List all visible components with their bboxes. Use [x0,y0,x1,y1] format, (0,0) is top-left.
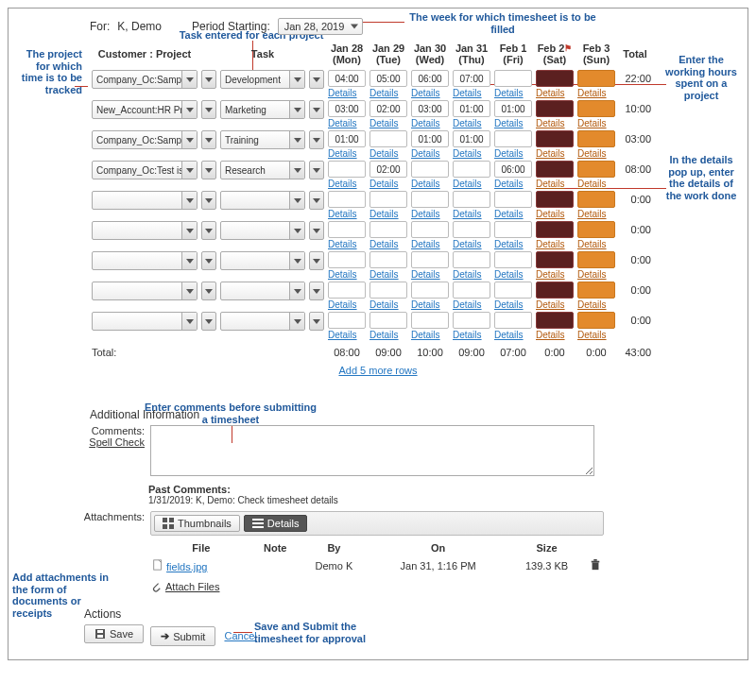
project-sub-select[interactable] [201,282,216,300]
task-sub-select[interactable] [309,161,324,179]
details-link[interactable]: Details [494,330,532,340]
hours-input[interactable] [411,221,449,238]
hours-input[interactable]: 02:00 [369,161,407,178]
hours-input[interactable]: 05:00 [369,70,407,87]
task-select[interactable]: Research [220,161,305,179]
details-button[interactable]: Details [244,515,308,532]
details-link[interactable]: Details [494,209,532,219]
hours-input[interactable] [536,191,574,208]
details-link[interactable]: Details [369,118,407,128]
details-link[interactable]: Details [494,239,532,249]
details-link[interactable]: Details [411,179,449,189]
hours-input[interactable]: 02:00 [369,100,407,117]
details-link[interactable]: Details [577,299,615,310]
hours-input[interactable] [328,312,366,329]
details-link[interactable]: Details [328,299,366,310]
task-sub-select[interactable] [309,282,324,300]
details-link[interactable]: Details [411,148,449,159]
hours-input[interactable] [577,70,615,87]
details-link[interactable]: Details [536,239,574,249]
details-link[interactable]: Details [453,179,490,189]
details-link[interactable]: Details [494,148,532,159]
details-link[interactable]: Details [369,148,407,159]
hours-input[interactable] [328,191,366,208]
project-sub-select[interactable] [201,221,216,240]
task-sub-select[interactable] [309,251,324,270]
hours-input[interactable] [577,221,615,238]
details-link[interactable]: Details [494,179,532,189]
details-link[interactable]: Details [536,88,574,98]
hours-input[interactable] [453,251,490,268]
hours-input[interactable]: 01:00 [494,100,532,117]
task-select[interactable] [220,282,305,300]
details-link[interactable]: Details [328,88,366,98]
hours-input[interactable] [328,282,366,299]
details-link[interactable]: Details [411,239,449,249]
hours-input[interactable] [577,251,615,268]
project-select[interactable]: New_Account:HR Pr... [92,100,198,119]
task-sub-select[interactable] [309,191,324,210]
project-select[interactable] [92,251,198,270]
hours-input[interactable] [453,312,490,329]
details-link[interactable]: Details [453,330,490,340]
task-select[interactable] [220,191,305,210]
details-link[interactable]: Details [453,239,490,249]
hours-input[interactable] [494,70,532,87]
details-link[interactable]: Details [494,299,532,310]
details-link[interactable]: Details [453,269,490,280]
details-link[interactable]: Details [369,269,407,280]
hours-input[interactable] [494,251,532,268]
details-link[interactable]: Details [577,148,615,159]
project-sub-select[interactable] [201,251,216,270]
comments-textarea[interactable] [150,425,594,476]
project-sub-select[interactable] [201,70,216,89]
details-link[interactable]: Details [577,179,615,189]
details-link[interactable]: Details [577,209,615,219]
hours-input[interactable]: 01:00 [453,130,490,147]
hours-input[interactable] [328,161,366,178]
hours-input[interactable] [369,221,407,238]
details-link[interactable]: Details [453,148,490,159]
hours-input[interactable] [453,191,490,208]
period-select[interactable]: Jan 28, 2019 [278,18,363,35]
hours-input[interactable] [536,161,574,178]
details-link[interactable]: Details [411,118,449,128]
hours-input[interactable]: 01:00 [411,130,449,147]
details-link[interactable]: Details [577,330,615,340]
project-select[interactable] [92,221,198,240]
hours-input[interactable] [536,312,574,329]
project-select[interactable] [92,191,198,210]
hours-input[interactable]: 03:00 [328,100,366,117]
delete-attachment-button[interactable] [590,561,601,572]
hours-input[interactable] [494,312,532,329]
task-select[interactable] [220,312,305,331]
details-link[interactable]: Details [369,330,407,340]
hours-input[interactable] [411,161,449,178]
details-link[interactable]: Details [494,88,532,98]
hours-input[interactable] [453,221,490,238]
project-select[interactable]: Company_Oc:Sample... [92,130,198,149]
task-sub-select[interactable] [309,70,324,89]
hours-input[interactable] [369,130,407,147]
hours-input[interactable] [577,130,615,147]
details-link[interactable]: Details [494,118,532,128]
details-link[interactable]: Details [577,88,615,98]
details-link[interactable]: Details [328,330,366,340]
project-sub-select[interactable] [201,161,216,179]
hours-input[interactable] [536,251,574,268]
project-sub-select[interactable] [201,191,216,210]
hours-input[interactable] [536,221,574,238]
task-sub-select[interactable] [309,312,324,331]
details-link[interactable]: Details [411,209,449,219]
add-rows-link[interactable]: Add 5 more rows [16,365,740,376]
hours-input[interactable] [369,191,407,208]
hours-input[interactable]: 01:00 [453,100,490,117]
details-link[interactable]: Details [369,239,407,249]
hours-input[interactable] [369,282,407,299]
hours-input[interactable] [328,221,366,238]
details-link[interactable]: Details [369,209,407,219]
hours-input[interactable] [536,70,574,87]
task-select[interactable]: Training [220,130,305,149]
details-link[interactable]: Details [577,269,615,280]
hours-input[interactable] [577,100,615,117]
